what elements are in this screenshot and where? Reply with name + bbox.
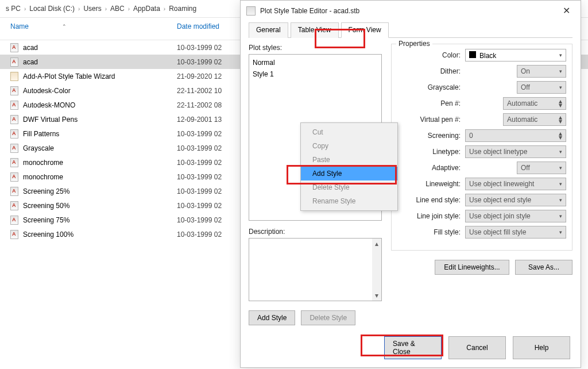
chevron-right-icon: › <box>164 6 165 12</box>
description-label: Description: <box>249 228 382 236</box>
linetype-combo[interactable]: Use object linetype▾ <box>465 145 566 158</box>
dialog-icon <box>246 6 256 16</box>
stb-file-icon <box>10 216 18 225</box>
file-name: Grayscale <box>23 144 54 152</box>
stb-file-icon <box>10 144 18 153</box>
tab-table-view[interactable]: Table View <box>291 22 339 38</box>
stb-file-icon <box>10 101 18 110</box>
chevron-right-icon: › <box>78 6 80 12</box>
plot-style-editor-dialog: Plot Style Table Editor - acad.stb ✕ Gen… <box>240 0 581 368</box>
dialog-titlebar[interactable]: Plot Style Table Editor - acad.stb ✕ <box>241 1 581 22</box>
context-menu-rename-style: Rename Style <box>301 194 397 208</box>
add-style-button[interactable]: Add Style <box>249 310 295 325</box>
lineweight-combo[interactable]: Use object lineweight▾ <box>465 178 566 190</box>
file-name: acad <box>23 58 38 66</box>
cancel-button[interactable]: Cancel <box>448 336 506 359</box>
file-name: Screening 100% <box>23 230 74 239</box>
scrollbar[interactable]: ▴▾ <box>372 239 381 301</box>
save-close-button[interactable]: Save & Close <box>384 336 442 359</box>
plot-styles-label: Plot styles: <box>249 44 382 52</box>
screening-spinner[interactable]: 0▴▾ <box>465 129 566 142</box>
context-menu-delete-style: Delete Style <box>301 180 397 194</box>
file-name: Screening 75% <box>23 216 69 224</box>
plot-style-item[interactable]: Style 1 <box>253 68 378 80</box>
stb-file-icon <box>10 230 18 239</box>
sort-indicator: ⌃ <box>62 24 67 29</box>
line-join-style-combo[interactable]: Use object join style▾ <box>465 210 566 222</box>
context-menu-paste: Paste <box>301 153 397 167</box>
file-name: monochrome <box>23 159 63 167</box>
file-name: Screening 50% <box>23 202 69 210</box>
breadcrumb-segment[interactable]: s PC <box>6 5 21 13</box>
delete-style-button[interactable]: Delete Style <box>301 310 355 325</box>
stb-file-icon <box>10 158 18 167</box>
context-menu-cut: Cut <box>301 125 397 139</box>
stb-file-icon <box>10 43 18 52</box>
context-menu-add-style[interactable]: Add Style <box>301 167 397 180</box>
chevron-right-icon: › <box>24 6 26 12</box>
virtual-pen-spinner[interactable]: Automatic▴▾ <box>503 113 566 126</box>
chevron-right-icon: › <box>128 6 130 12</box>
file-name: acad <box>23 44 38 52</box>
grayscale-combo[interactable]: Off▾ <box>517 81 566 94</box>
context-menu[interactable]: CutCopyPasteAdd StyleDelete StyleRename … <box>300 122 398 211</box>
description-textarea[interactable]: ▴▾ <box>249 238 382 301</box>
context-menu-copy: Copy <box>301 139 397 153</box>
help-button[interactable]: Help <box>513 336 570 359</box>
color-combo[interactable]: Black▾ <box>465 49 566 62</box>
file-name: DWF Virtual Pens <box>23 116 78 124</box>
stb-file-icon <box>10 57 18 67</box>
breadcrumb-segment[interactable]: Roaming <box>169 5 196 13</box>
pen-spinner[interactable]: Automatic▴▾ <box>503 97 566 110</box>
breadcrumb-segment[interactable]: Users <box>83 5 101 13</box>
properties-legend: Properties <box>396 40 432 48</box>
stb-file-icon <box>10 201 18 210</box>
line-end-style-combo[interactable]: Use object end style▾ <box>465 194 566 206</box>
stb-file-icon <box>10 187 18 196</box>
column-name-header[interactable]: Name ⌃ <box>10 22 177 30</box>
file-name: Autodesk-Color <box>23 87 71 95</box>
file-name: Fill Patterns <box>23 130 59 138</box>
save-as-button[interactable]: Save As... <box>515 260 572 275</box>
fill-style-combo[interactable]: Use object fill style▾ <box>465 226 566 239</box>
tab-general[interactable]: General <box>249 22 288 38</box>
stb-file-icon <box>10 172 18 182</box>
breadcrumb-segment[interactable]: Local Disk (C:) <box>29 5 75 13</box>
file-name: Add-A-Plot Style Table Wizard <box>23 72 115 80</box>
breadcrumb-segment[interactable]: AppData <box>133 5 160 13</box>
stb-file-icon <box>10 86 18 95</box>
dialog-title: Plot Style Table Editor - acad.stb <box>260 7 359 15</box>
plot-style-item[interactable]: Normal <box>253 57 378 68</box>
dither-combo[interactable]: On▾ <box>517 65 566 78</box>
stb-file-icon <box>10 129 18 139</box>
tab-form-view[interactable]: Form View <box>341 22 389 38</box>
close-icon[interactable]: ✕ <box>559 4 574 17</box>
adaptive-combo[interactable]: Off▾ <box>517 162 566 174</box>
file-name: Screening 25% <box>23 187 69 195</box>
file-name: Autodesk-MONO <box>23 101 75 109</box>
edit-lineweights-button[interactable]: Edit Lineweights... <box>435 260 509 275</box>
properties-group: Properties Color: Black▾ Dither: On▾ Gra… <box>391 44 572 251</box>
file-name: monochrome <box>23 173 63 181</box>
tab-strip: GeneralTable ViewForm View <box>249 22 572 38</box>
breadcrumb-segment[interactable]: ABC <box>110 5 125 13</box>
stb-file-icon <box>10 115 18 124</box>
wizard-file-icon <box>10 72 18 81</box>
chevron-right-icon: › <box>105 6 107 12</box>
